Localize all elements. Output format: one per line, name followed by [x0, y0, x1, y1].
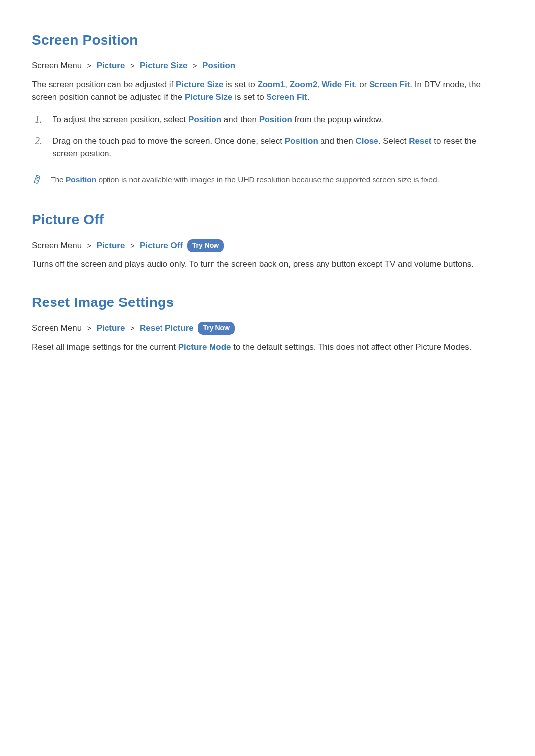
breadcrumb-segment: Reset Picture	[140, 323, 194, 333]
chevron-right-icon: >	[84, 62, 94, 70]
list-item: 2. Drag on the touch pad to move the scr…	[32, 132, 503, 166]
breadcrumb-root: Screen Menu	[32, 241, 82, 250]
term-wide-fit: Wide Fit	[322, 80, 355, 89]
chevron-right-icon: >	[84, 242, 94, 250]
paragraph: Turns off the screen and plays audio onl…	[32, 258, 503, 271]
term-screen-fit: Screen Fit	[369, 80, 410, 89]
paragraph: The screen position can be adjusted if P…	[32, 78, 503, 103]
chevron-right-icon: >	[127, 242, 137, 250]
text: ,	[285, 80, 289, 89]
heading-reset-image-settings: Reset Image Settings	[32, 292, 503, 313]
term-position: Position	[66, 175, 96, 184]
term-close: Close	[355, 136, 378, 146]
try-now-badge[interactable]: Try Now	[198, 322, 234, 335]
breadcrumb-root: Screen Menu	[32, 61, 82, 70]
term-picture-mode: Picture Mode	[178, 342, 231, 352]
breadcrumb-segment: Picture	[97, 61, 125, 70]
text: The	[51, 175, 66, 184]
term-reset: Reset	[409, 136, 431, 146]
text: is set to	[223, 80, 257, 89]
text: from the popup window.	[292, 115, 383, 124]
breadcrumb-root: Screen Menu	[32, 323, 82, 333]
text: , or	[355, 80, 369, 89]
note: The Position option is not available wit…	[32, 171, 503, 188]
chevron-right-icon: >	[127, 62, 137, 70]
heading-picture-off: Picture Off	[32, 209, 503, 230]
text: to the default settings. This does not a…	[231, 342, 472, 352]
paragraph: Reset all image settings for the current…	[32, 341, 503, 353]
term-screen-fit: Screen Fit	[266, 92, 307, 101]
text: is set to	[232, 92, 266, 101]
step-number: 1.	[35, 113, 44, 126]
text: and then	[221, 115, 259, 124]
breadcrumb: Screen Menu > Picture > Reset Picture Tr…	[32, 322, 503, 335]
term-position: Position	[259, 115, 292, 124]
text: Reset all image settings for the current	[32, 342, 178, 352]
text: .	[307, 92, 310, 101]
text: . Select	[378, 136, 409, 146]
section-screen-position: Screen Position Screen Menu > Picture > …	[32, 30, 503, 188]
chevron-right-icon: >	[190, 62, 200, 70]
document-page: Screen Position Screen Menu > Picture > …	[0, 0, 535, 756]
term-position: Position	[285, 136, 318, 146]
section-reset-image-settings: Reset Image Settings Screen Menu > Pictu…	[32, 292, 503, 353]
text: Drag on the touch pad to move the screen…	[53, 136, 285, 146]
ordered-steps: 1. To adjust the screen position, select…	[32, 110, 503, 166]
text: option is not available with images in t…	[96, 175, 439, 184]
breadcrumb-segment: Picture Off	[140, 241, 183, 250]
breadcrumb-segment: Position	[202, 61, 235, 70]
chevron-right-icon: >	[127, 324, 137, 332]
term-zoom2: Zoom2	[290, 80, 318, 89]
text: The screen position can be adjusted if	[32, 80, 176, 89]
term-picture-size: Picture Size	[176, 80, 223, 89]
text: and then	[318, 136, 356, 146]
term-position: Position	[188, 115, 221, 124]
list-item: 1. To adjust the screen position, select…	[32, 110, 503, 132]
chevron-right-icon: >	[84, 324, 94, 332]
try-now-badge[interactable]: Try Now	[187, 239, 224, 252]
text: ,	[317, 80, 321, 89]
step-body: Drag on the touch pad to move the screen…	[53, 135, 503, 160]
breadcrumb-segment: Picture Size	[140, 61, 187, 70]
section-picture-off: Picture Off Screen Menu > Picture > Pict…	[32, 209, 503, 271]
step-number: 2.	[35, 135, 44, 160]
text: To adjust the screen position, select	[53, 115, 188, 124]
breadcrumb-segment: Picture	[97, 323, 125, 333]
breadcrumb-segment: Picture	[97, 241, 125, 250]
note-icon	[34, 174, 43, 188]
breadcrumb: Screen Menu > Picture > Picture Off Try …	[32, 239, 503, 252]
term-picture-size: Picture Size	[185, 92, 232, 101]
breadcrumb: Screen Menu > Picture > Picture Size > P…	[32, 59, 503, 72]
heading-screen-position: Screen Position	[32, 30, 503, 50]
step-body: To adjust the screen position, select Po…	[53, 113, 503, 126]
note-text: The Position option is not available wit…	[51, 174, 503, 188]
term-zoom1: Zoom1	[257, 80, 285, 89]
